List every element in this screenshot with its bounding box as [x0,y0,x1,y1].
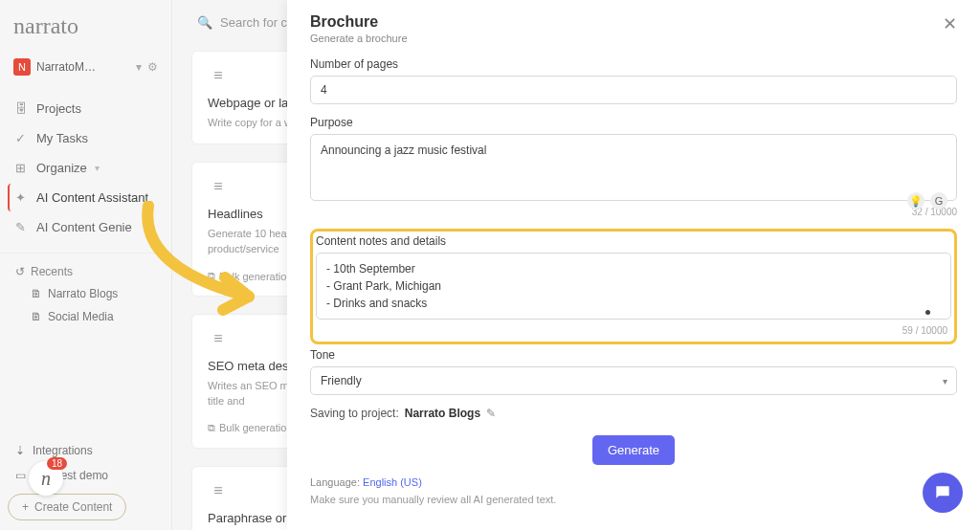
logo: narrato [13,13,158,39]
chat-fab[interactable] [923,473,963,513]
recents-item-label: Social Media [48,310,114,323]
edit-icon[interactable]: ✎ [486,407,496,420]
briefcase-icon: 🗄 [15,101,29,116]
check-icon: ✓ [15,131,29,145]
purpose-counter: 32 / 10000 [310,207,957,217]
typing-cursor-icon [925,310,930,315]
purpose-label: Purpose [310,116,957,129]
pages-label: Number of pages [310,57,957,71]
sidebar-item-my-tasks[interactable]: ✓ My Tasks [8,124,164,152]
doc-icon: 🗎 [31,310,42,323]
recents-item-narrato-blogs[interactable]: 🗎 Narrato Blogs [8,282,164,305]
language-prefix: Language: [310,476,360,488]
copy-icon: ⧉ [208,422,215,434]
notes-label: Content notes and details [316,234,951,248]
lines-icon: ≡ [208,65,229,86]
sidebar-item-ai-content-genie[interactable]: ✎ AI Content Genie [8,213,164,241]
tone-label: Tone [310,348,957,362]
language-row[interactable]: Language: English (US) [310,476,957,488]
workspace-name: NarratoM… [36,60,130,74]
organize-icon: ⊞ [15,161,29,175]
chevron-down-icon: ▾ [136,60,142,74]
language-value: English (US) [363,476,422,488]
sidebar-item-ai-content-assistant[interactable]: ✦ AI Content Assistant [8,184,164,211]
recents-header[interactable]: ↺ Recents [15,265,156,278]
create-content-button[interactable]: + Create Content [8,494,126,520]
notes-highlight: Content notes and details 59 / 10000 [310,229,957,344]
download-icon: ⇣ [15,444,25,457]
notes-counter: 59 / 10000 [316,325,947,336]
search-icon: 🔍 [197,15,212,30]
recents-item-social-media[interactable]: 🗎 Social Media [8,305,164,328]
notes-textarea[interactable] [316,253,951,320]
doc-icon: 🗎 [31,287,42,300]
sidebar-item-label: My Tasks [36,131,88,145]
narrato-fab-letter: n [41,468,51,490]
sidebar: narrato N NarratoM… ▾ ⚙ 🗄 Projects ✓ My … [0,0,172,530]
pencil-icon: ✎ [15,220,29,234]
generate-button[interactable]: Generate [592,435,675,465]
clock-icon: ↺ [15,265,25,278]
purpose-textarea[interactable] [310,134,957,201]
divider [0,253,171,254]
lines-icon: ≡ [208,480,229,501]
saving-prefix: Saving to project: [310,407,399,420]
create-content-label: Create Content [34,500,112,514]
modal-subtitle: Generate a brochure [310,33,408,44]
gear-icon[interactable]: ⚙ [147,60,158,74]
lines-icon: ≡ [208,328,229,349]
chat-icon [933,483,952,502]
calendar-icon: ▭ [15,469,26,482]
brochure-modal: Brochure Generate a brochure ✕ Number of… [287,0,980,530]
sidebar-item-integrations[interactable]: ⇣ Integrations [8,438,164,463]
saving-to-project: Saving to project: Narrato Blogs ✎ [310,407,957,420]
saving-project-name: Narrato Blogs [405,407,480,420]
sidebar-item-label: Organize [36,161,87,175]
sidebar-item-label: AI Content Genie [36,220,132,234]
recents-label: Recents [31,265,73,278]
pages-input[interactable] [310,76,957,104]
modal-title: Brochure [310,13,408,31]
plus-icon: + [22,500,29,514]
sidebar-item-label: Integrations [33,444,93,457]
workspace-switcher[interactable]: N NarratoM… ▾ ⚙ [8,53,164,81]
sidebar-item-projects[interactable]: 🗄 Projects [8,95,164,122]
narrato-fab[interactable]: n 18 [29,461,63,496]
tone-select[interactable]: Friendly [310,366,957,395]
close-icon[interactable]: ✕ [943,13,957,34]
chevron-down-icon: ▾ [95,163,100,173]
sidebar-item-label: Projects [36,101,81,116]
sparkle-icon: ✦ [15,190,29,205]
workspace-initial: N [13,58,31,76]
lightbulb-icon[interactable]: 💡 [907,192,924,210]
sidebar-item-label: AI Content Assistant [36,190,148,205]
recents-item-label: Narrato Blogs [48,287,118,300]
sidebar-item-organize[interactable]: ⊞ Organize ▾ [8,154,164,182]
lines-icon: ≡ [208,176,229,197]
notification-badge: 18 [47,457,67,470]
copy-icon: ⧉ [208,270,215,282]
grammarly-icon[interactable]: G [930,192,947,210]
disclaimer-text: Make sure you manually review all AI gen… [310,494,957,505]
